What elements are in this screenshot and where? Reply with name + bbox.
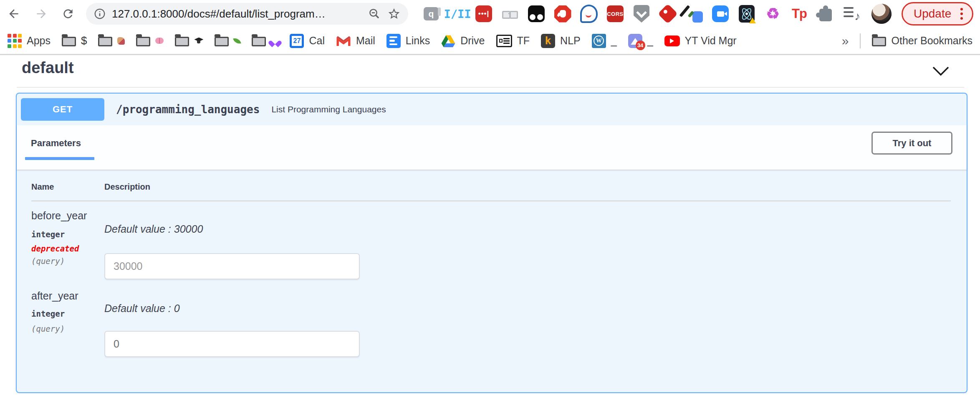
param-location-after-year: (query) xyxy=(31,324,65,333)
param-name-before-year: before_year xyxy=(31,210,87,222)
zoom-out-indicator-icon[interactable] xyxy=(368,8,381,20)
quip-chat-icon[interactable]: q xyxy=(422,5,440,23)
active-tab-underline xyxy=(25,157,94,160)
opblock-summary[interactable]: GET /programming_languages List Programm… xyxy=(17,94,967,125)
update-button[interactable]: Update xyxy=(902,2,973,25)
google-calendar-icon: 27 xyxy=(290,34,304,48)
column-header-description: Description xyxy=(104,182,150,192)
update-label: Update xyxy=(914,7,951,20)
folder-icon xyxy=(175,37,189,46)
kaggle-k-icon: k xyxy=(541,34,555,48)
tab-parameters[interactable]: Parameters xyxy=(31,138,81,149)
swagger-page: default GET /programming_languages List … xyxy=(0,56,980,396)
folder-icon xyxy=(136,37,150,46)
panda-icon[interactable] xyxy=(528,5,545,23)
param-default-before-year: Default value : 30000 xyxy=(104,223,203,235)
folder-icon xyxy=(872,37,886,46)
blue-doc-icon xyxy=(386,34,401,48)
bookmark-drive[interactable]: Drive xyxy=(441,35,485,47)
forward-button[interactable] xyxy=(34,7,48,21)
after-year-input[interactable] xyxy=(104,331,360,357)
browser-toolbar: 127.0.0.1:8000/docs#/default/list_progra… xyxy=(0,0,980,28)
column-header-name: Name xyxy=(31,182,54,192)
bookmark-wordpress[interactable]: W _ xyxy=(592,34,617,48)
puzzle-extensions-icon[interactable] xyxy=(817,5,834,23)
brain-emoji-icon xyxy=(155,38,164,44)
profile-avatar[interactable] xyxy=(871,4,892,24)
bookmark-cal[interactable]: 27 Cal xyxy=(290,34,325,48)
url-text[interactable]: 127.0.0.1:8000/docs#/default/list_progra… xyxy=(112,8,326,20)
bookmarks-overflow-chevron[interactable]: » xyxy=(842,34,849,48)
react-devtools-icon[interactable] xyxy=(738,5,755,23)
google-drive-icon xyxy=(441,35,455,47)
calendar-34-icon: 34 xyxy=(628,34,642,48)
table-header-divider xyxy=(31,201,951,201)
gmail-icon xyxy=(336,35,351,47)
bookmarks-divider xyxy=(860,33,861,48)
param-name-after-year: after_year xyxy=(31,290,78,302)
card-speaker-icon xyxy=(496,35,512,47)
try-it-out-button[interactable]: Try it out xyxy=(871,132,952,155)
back-button[interactable] xyxy=(7,7,21,21)
endpoint-path: /programming_languages xyxy=(116,103,260,116)
herb-emoji-icon xyxy=(233,37,242,45)
bookmark-folder-brain[interactable] xyxy=(136,35,164,46)
section-title: default xyxy=(22,59,74,77)
endpoint-summary: List Programming Languages xyxy=(271,104,386,114)
color-picker-icon[interactable] xyxy=(685,5,703,23)
tampermonkey-tp-icon[interactable]: Tp xyxy=(791,5,808,23)
extensions-row: q I/II •••| CORS ♻ Tp ♪ xyxy=(422,5,861,23)
purple-heart-emoji-icon xyxy=(271,38,278,45)
chat-smile-icon[interactable] xyxy=(580,5,598,23)
recycle-icon[interactable]: ♻ xyxy=(764,5,782,23)
carousel-horse-emoji-icon xyxy=(117,37,125,45)
bookmark-folder-herb[interactable] xyxy=(215,35,240,46)
opblock-get-programming-languages: GET /programming_languages List Programm… xyxy=(16,93,967,393)
url-bar[interactable]: 127.0.0.1:8000/docs#/default/list_progra… xyxy=(86,3,408,25)
bookmark-mail[interactable]: Mail xyxy=(336,35,375,47)
bookmark-links[interactable]: Links xyxy=(386,34,430,48)
section-divider xyxy=(17,87,964,88)
param-deprecated-badge: deprecated xyxy=(31,244,79,253)
music-playlist-icon[interactable]: ♪ xyxy=(843,5,861,23)
param-default-after-year: Default value : 0 xyxy=(104,302,180,315)
red-pinwheel-icon[interactable] xyxy=(659,5,677,23)
graduation-cap-emoji-icon xyxy=(194,38,203,44)
zoom-icon[interactable] xyxy=(712,5,729,23)
apps-grid-icon xyxy=(8,34,22,48)
section-collapse-chevron-down-icon[interactable] xyxy=(932,63,950,80)
folder-icon xyxy=(98,37,112,46)
folder-icon xyxy=(252,37,266,46)
bookmark-folder-purple-heart[interactable] xyxy=(252,35,278,46)
param-type-before-year: integer xyxy=(31,230,65,239)
code-slashes-icon[interactable]: I/II xyxy=(449,5,466,23)
bookmark-calendar-34[interactable]: 34 _ xyxy=(628,34,653,48)
cors-unblock-icon[interactable]: CORS xyxy=(606,5,624,23)
bookmark-nlp[interactable]: k NLP xyxy=(541,34,581,48)
bookmark-apps[interactable]: Apps xyxy=(8,34,51,48)
browser-menu-kebab-icon[interactable] xyxy=(960,13,963,15)
other-bookmarks[interactable]: Other Bookmarks xyxy=(872,35,972,47)
before-year-input[interactable] xyxy=(104,253,360,279)
3d-glasses-icon[interactable] xyxy=(501,5,519,23)
bookmark-folder-dollar[interactable]: $ xyxy=(62,34,87,47)
bookmark-star-icon[interactable] xyxy=(387,7,401,20)
parameters-section-header: Parameters Try it out xyxy=(17,125,967,170)
bookmark-folder-carousel-horse[interactable] xyxy=(98,35,125,46)
folder-icon xyxy=(62,37,76,46)
param-location-before-year: (query) xyxy=(31,256,65,266)
reload-button[interactable] xyxy=(61,7,75,21)
http-method-badge: GET xyxy=(21,98,104,121)
bookmarks-bar: Apps $ 27 Cal Mail Links xyxy=(0,28,980,55)
privacy-shield-icon[interactable] xyxy=(633,5,650,23)
folder-icon xyxy=(215,37,229,46)
block-hand-icon[interactable] xyxy=(554,5,571,23)
param-type-after-year: integer xyxy=(31,309,65,318)
lastpass-icon[interactable]: •••| xyxy=(475,5,493,23)
site-info-icon[interactable] xyxy=(93,8,106,20)
bookmark-tf[interactable]: TF xyxy=(496,35,530,47)
bookmark-folder-graduation-cap[interactable] xyxy=(175,35,203,46)
youtube-icon xyxy=(664,36,680,46)
wordpress-icon: W xyxy=(592,34,606,48)
bookmark-yt-vid-mgr[interactable]: YT Vid Mgr xyxy=(664,35,737,47)
